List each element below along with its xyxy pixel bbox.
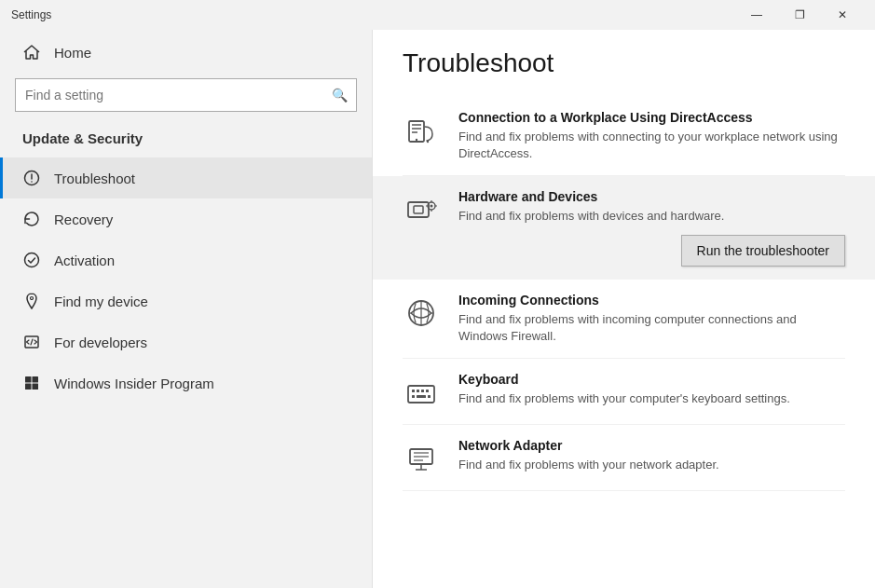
- sidebar-item-find-my-device[interactable]: Find my device: [0, 280, 372, 321]
- sidebar-item-for-developers[interactable]: For developers: [0, 321, 372, 362]
- troubleshoot-item-keyboard: Keyboard Find and fix problems with your…: [403, 359, 845, 425]
- incoming-icon: [403, 294, 440, 332]
- maximize-button[interactable]: ❐: [778, 0, 821, 30]
- minimize-button[interactable]: —: [735, 0, 778, 30]
- find-device-icon: [22, 292, 41, 310]
- search-container: 🔍: [15, 78, 357, 112]
- incoming-name: Incoming Connections: [458, 293, 845, 308]
- troubleshoot-item-hardware: Hardware and Devices Find and fix proble…: [373, 176, 875, 279]
- home-icon: [22, 43, 41, 62]
- sidebar: Home 🔍 Update & Security Troubleshoot: [0, 30, 373, 588]
- directaccess-text: Connection to a Workplace Using DirectAc…: [458, 110, 845, 162]
- app-title: Settings: [11, 8, 51, 21]
- svg-rect-28: [421, 390, 424, 392]
- hardware-text: Hardware and Devices Find and fix proble…: [458, 189, 845, 266]
- svg-rect-31: [417, 395, 426, 398]
- directaccess-name: Connection to a Workplace Using DirectAc…: [458, 110, 845, 125]
- sidebar-item-windows-insider[interactable]: Windows Insider Program: [0, 362, 372, 403]
- keyboard-text: Keyboard Find and fix problems with your…: [458, 372, 845, 407]
- sidebar-label-troubleshoot: Troubleshoot: [54, 171, 135, 186]
- title-bar: Settings — ❐ ✕: [0, 0, 875, 30]
- developers-icon: [22, 333, 41, 351]
- run-btn-container: Run the troubleshooter: [458, 235, 845, 267]
- directaccess-desc: Find and fix problems with connecting to…: [458, 129, 845, 162]
- sidebar-item-troubleshoot[interactable]: Troubleshoot: [0, 157, 372, 198]
- app-body: Home 🔍 Update & Security Troubleshoot: [0, 30, 875, 588]
- incoming-desc: Find and fix problems with incoming comp…: [458, 311, 845, 345]
- svg-rect-7: [25, 384, 32, 390]
- troubleshoot-icon: [22, 169, 41, 187]
- content-area: Troubleshoot Connection to a Workplace U…: [373, 30, 875, 588]
- hardware-name: Hardware and Devices: [458, 189, 845, 204]
- keyboard-desc: Find and fix problems with your computer…: [458, 390, 845, 407]
- svg-rect-27: [417, 390, 419, 392]
- keyboard-name: Keyboard: [458, 372, 845, 387]
- svg-rect-16: [414, 206, 423, 213]
- sidebar-item-home[interactable]: Home: [0, 30, 372, 75]
- sidebar-item-activation[interactable]: Activation: [0, 239, 372, 280]
- hardware-icon: [403, 191, 440, 228]
- activation-icon: [22, 251, 41, 269]
- troubleshoot-item-network: Network Adapter Find and fix problems wi…: [403, 425, 845, 491]
- svg-point-14: [427, 141, 429, 143]
- sidebar-label-recovery: Recovery: [54, 212, 113, 227]
- insider-icon: [22, 374, 41, 392]
- svg-point-13: [416, 139, 417, 141]
- sidebar-item-recovery[interactable]: Recovery: [0, 198, 372, 239]
- svg-rect-32: [428, 395, 431, 398]
- sidebar-label-windows-insider: Windows Insider Program: [54, 376, 214, 391]
- svg-rect-15: [408, 202, 429, 217]
- troubleshoot-item-incoming: Incoming Connections Find and fix proble…: [403, 280, 845, 359]
- hardware-desc: Find and fix problems with devices and h…: [458, 208, 845, 225]
- svg-rect-29: [426, 390, 429, 392]
- incoming-text: Incoming Connections Find and fix proble…: [458, 293, 845, 345]
- sidebar-label-find-my-device: Find my device: [54, 294, 148, 309]
- window-controls: — ❐ ✕: [735, 0, 864, 30]
- troubleshoot-item-directaccess: Connection to a Workplace Using DirectAc…: [403, 97, 845, 176]
- svg-rect-30: [412, 395, 415, 398]
- page-title: Troubleshoot: [403, 48, 845, 78]
- svg-rect-25: [408, 386, 434, 403]
- run-troubleshooter-button[interactable]: Run the troubleshooter: [681, 235, 845, 267]
- keyboard-icon: [403, 374, 440, 411]
- home-label: Home: [54, 45, 91, 61]
- network-desc: Find and fix problems with your network …: [458, 457, 845, 473]
- svg-rect-26: [412, 390, 415, 392]
- svg-rect-8: [33, 384, 39, 390]
- svg-rect-6: [33, 376, 39, 383]
- svg-point-18: [431, 205, 433, 208]
- network-text: Network Adapter Find and fix problems wi…: [458, 438, 845, 473]
- section-title: Update & Security: [0, 123, 372, 157]
- network-icon: [403, 440, 440, 477]
- svg-point-3: [31, 297, 34, 300]
- directaccess-icon: [403, 112, 440, 149]
- sidebar-label-activation: Activation: [54, 253, 115, 268]
- network-name: Network Adapter: [458, 438, 845, 453]
- search-input[interactable]: [15, 78, 357, 112]
- close-button[interactable]: ✕: [821, 0, 864, 30]
- recovery-icon: [22, 210, 41, 228]
- search-icon: 🔍: [332, 88, 348, 103]
- svg-point-1: [31, 181, 33, 183]
- svg-rect-5: [25, 376, 32, 383]
- sidebar-label-for-developers: For developers: [54, 335, 147, 350]
- svg-point-2: [25, 253, 39, 267]
